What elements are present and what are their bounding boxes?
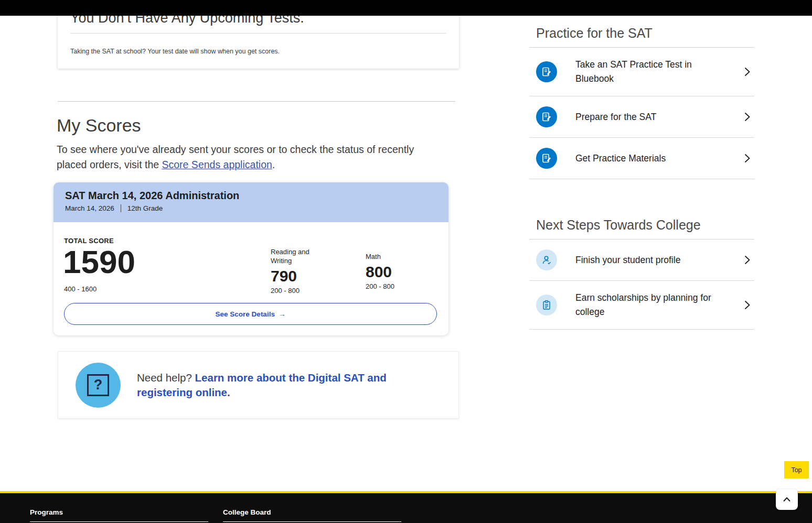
scroll-to-top-button[interactable] <box>776 489 798 510</box>
help-text-prefix: Need help? <box>137 372 195 384</box>
see-score-details-button[interactable]: See Score Details → <box>64 303 437 325</box>
question-mark-icon: ? <box>76 363 121 408</box>
mysat-scores-page: You Don’t Have Any Upcoming Tests. Takin… <box>0 0 812 523</box>
vertical-separator <box>121 204 121 212</box>
sidebar-item-prepare-sat[interactable]: Prepare for the SAT <box>529 96 754 138</box>
upcoming-tests-divider <box>70 33 446 34</box>
reading-writing-score: 790 <box>271 267 328 285</box>
student-profile-icon <box>536 249 557 270</box>
math-score: 800 <box>366 263 415 281</box>
question-mark-glyph: ? <box>87 374 109 396</box>
brand-yellow-bar <box>0 491 812 493</box>
sidebar-item-label: Prepare for the SAT <box>575 110 707 124</box>
see-score-details-label: See Score Details <box>216 310 275 318</box>
score-card: SAT March 14, 2026 Administration March … <box>54 182 448 335</box>
practice-test-icon <box>536 106 557 127</box>
help-banner: ? Need help? Learn more about the Digita… <box>58 351 459 419</box>
reading-writing-range: 200 - 800 <box>271 287 328 295</box>
sidebar-item-label: Get Practice Materials <box>575 151 707 166</box>
footer: Programs College Board <box>0 493 812 523</box>
sidebar-item-label: Take an SAT Practice Test in Bluebook <box>575 58 707 86</box>
my-scores-intro-suffix: . <box>272 159 275 170</box>
score-card-grade: 12th Grade <box>127 204 163 212</box>
content-divider <box>58 101 455 102</box>
help-text: Need help? Learn more about the Digital … <box>137 371 414 400</box>
math-label: Math <box>366 252 415 261</box>
score-card-header: SAT March 14, 2026 Administration March … <box>54 182 448 222</box>
back-to-top-button[interactable]: Top <box>784 461 809 478</box>
chevron-right-icon <box>744 300 750 310</box>
top-black-bar <box>0 0 812 16</box>
score-card-subtitle: March 14, 2026 12th Grade <box>65 204 448 212</box>
my-scores-heading: My Scores <box>57 115 141 136</box>
score-card-date: March 14, 2026 <box>65 204 114 212</box>
math-range: 200 - 800 <box>366 282 415 290</box>
sidebar-item-scholarships[interactable]: Earn scholarships by planning for colleg… <box>529 281 754 330</box>
scholarship-planner-icon <box>536 295 557 315</box>
footer-column-rule <box>223 521 401 522</box>
score-card-title: SAT March 14, 2026 Administration <box>65 190 448 202</box>
sidebar: Practice for the SAT Take an SAT Practic… <box>529 25 754 330</box>
total-score-range: 400 - 1600 <box>64 285 97 293</box>
footer-column-rule <box>30 521 208 522</box>
chevron-up-icon <box>783 497 791 502</box>
chevron-right-icon <box>744 255 750 265</box>
upcoming-tests-note: Taking the SAT at school? Your test date… <box>70 48 446 55</box>
sidebar-item-label: Earn scholarships by planning for colleg… <box>575 291 725 319</box>
practice-test-icon <box>536 61 557 82</box>
sidebar-item-practice-materials[interactable]: Get Practice Materials <box>529 138 754 179</box>
score-card-body: TOTAL SCORE 1590 400 - 1600 Reading and … <box>54 222 448 335</box>
footer-heading-programs: Programs <box>30 508 63 516</box>
total-score-value: 1590 <box>63 244 135 280</box>
reading-writing-section: Reading and Writing 790 200 - 800 <box>271 247 328 295</box>
math-section: Math 800 200 - 800 <box>366 252 415 290</box>
practice-heading: Practice for the SAT <box>529 25 754 41</box>
footer-heading-college-board: College Board <box>223 508 271 516</box>
sidebar-item-practice-test-bluebook[interactable]: Take an SAT Practice Test in Bluebook <box>529 48 754 96</box>
sidebar-item-label: Finish your student profile <box>575 253 725 267</box>
sidebar-item-student-profile[interactable]: Finish your student profile <box>529 239 754 281</box>
chevron-right-icon <box>744 154 750 163</box>
practice-test-icon <box>536 148 557 169</box>
reading-writing-label: Reading and Writing <box>271 247 328 265</box>
chevron-right-icon <box>744 112 750 122</box>
chevron-right-icon <box>744 67 750 77</box>
score-sends-link[interactable]: Score Sends application <box>162 159 272 170</box>
my-scores-intro: To see where you've already sent your sc… <box>57 142 427 172</box>
right-arrow-icon: → <box>279 310 286 318</box>
next-steps-heading: Next Steps Towards College <box>529 217 754 233</box>
